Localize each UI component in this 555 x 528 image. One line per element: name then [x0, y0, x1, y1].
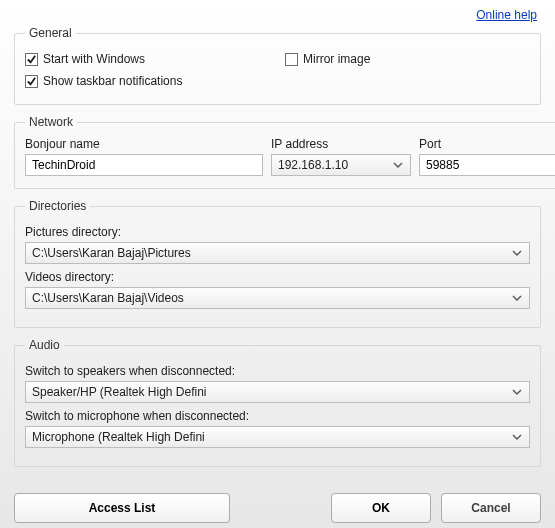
check-icon: [26, 76, 37, 87]
mic-label: Switch to microphone when disconnected:: [25, 409, 530, 423]
mic-select[interactable]: Microphone (Realtek High Defini: [25, 426, 530, 448]
videos-dir-value: C:\Users\Karan Bajaj\Videos: [32, 291, 184, 305]
ip-value: 192.168.1.10: [278, 158, 348, 172]
audio-legend: Audio: [25, 338, 64, 352]
network-legend: Network: [25, 115, 77, 129]
directories-legend: Directories: [25, 199, 90, 213]
cancel-button[interactable]: Cancel: [441, 493, 541, 523]
pictures-dir-value: C:\Users\Karan Bajaj\Pictures: [32, 246, 191, 260]
speakers-label: Switch to speakers when disconnected:: [25, 364, 530, 378]
chevron-down-icon: [509, 250, 525, 256]
port-input[interactable]: [419, 154, 555, 176]
access-list-button[interactable]: Access List: [14, 493, 230, 523]
network-group: Network Bonjour name IP address 192.168.…: [14, 115, 555, 189]
ip-label: IP address: [271, 137, 411, 151]
videos-dir-label: Videos directory:: [25, 270, 530, 284]
videos-dir-select[interactable]: C:\Users\Karan Bajaj\Videos: [25, 287, 530, 309]
start-with-windows-label: Start with Windows: [43, 52, 145, 66]
directories-group: Directories Pictures directory: C:\Users…: [14, 199, 541, 328]
general-group: General Start with Windows Mirror image …: [14, 26, 541, 105]
bonjour-input[interactable]: [25, 154, 263, 176]
chevron-down-icon: [509, 434, 525, 440]
speakers-select[interactable]: Speaker/HP (Realtek High Defini: [25, 381, 530, 403]
online-help-link[interactable]: Online help: [476, 8, 537, 22]
pictures-dir-select[interactable]: C:\Users\Karan Bajaj\Pictures: [25, 242, 530, 264]
show-taskbar-checkbox[interactable]: [25, 75, 38, 88]
ip-select[interactable]: 192.168.1.10: [271, 154, 411, 176]
bonjour-label: Bonjour name: [25, 137, 263, 151]
general-legend: General: [25, 26, 76, 40]
mirror-image-checkbox[interactable]: [285, 53, 298, 66]
pictures-dir-label: Pictures directory:: [25, 225, 530, 239]
speakers-value: Speaker/HP (Realtek High Defini: [32, 385, 207, 399]
mirror-image-label: Mirror image: [303, 52, 370, 66]
audio-group: Audio Switch to speakers when disconnect…: [14, 338, 541, 467]
chevron-down-icon: [509, 295, 525, 301]
show-taskbar-label: Show taskbar notifications: [43, 74, 182, 88]
chevron-down-icon: [509, 389, 525, 395]
check-icon: [26, 54, 37, 65]
chevron-down-icon: [390, 162, 406, 168]
mic-value: Microphone (Realtek High Defini: [32, 430, 205, 444]
ok-button[interactable]: OK: [331, 493, 431, 523]
start-with-windows-checkbox[interactable]: [25, 53, 38, 66]
port-label: Port: [419, 137, 555, 151]
